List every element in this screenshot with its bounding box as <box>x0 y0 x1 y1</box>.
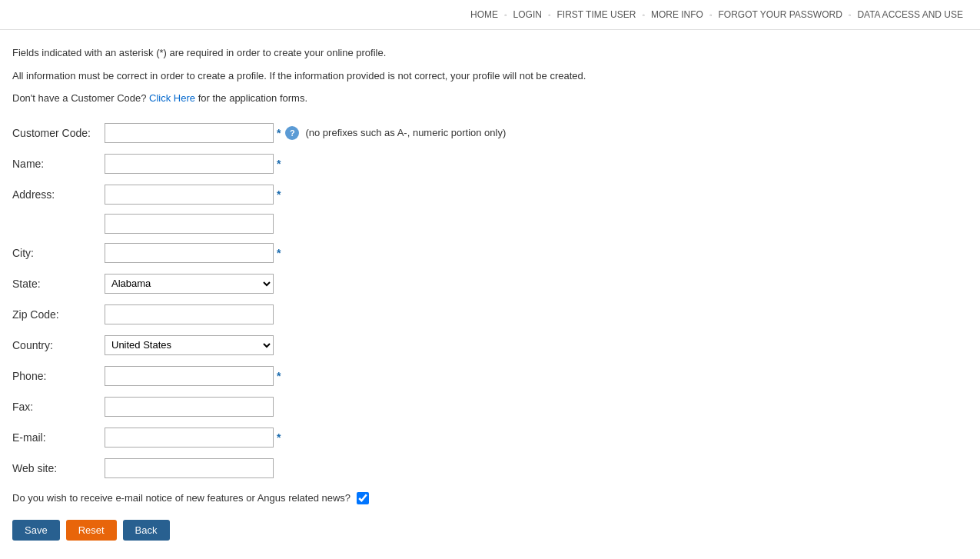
city-required: * <box>277 247 281 259</box>
nav-sep-2: ◦ <box>548 11 551 19</box>
email-input[interactable] <box>105 428 274 448</box>
fax-label: Fax: <box>12 401 105 413</box>
nav-sep-5: ◦ <box>849 11 852 19</box>
fax-row: Fax: <box>12 395 679 418</box>
name-input[interactable] <box>105 154 274 174</box>
info-text-3-prefix: Don't have a Customer Code? <box>12 92 146 104</box>
main-content: Fields indicated with an asterisk (*) ar… <box>0 30 692 556</box>
nav-first-time-user[interactable]: FIRST TIME USER <box>552 6 640 23</box>
zip-row: Zip Code: <box>12 303 679 326</box>
save-button[interactable]: Save <box>12 520 60 541</box>
email-required: * <box>277 431 281 444</box>
customer-code-row: Customer Code: * ? (no prefixes such as … <box>12 121 679 145</box>
customer-code-hint: (no prefixes such as A-, numeric portion… <box>305 127 506 138</box>
country-row: Country: United StatesCanadaMexicoUnited… <box>12 334 679 357</box>
nav-login[interactable]: LOGIN <box>509 6 546 23</box>
phone-input[interactable] <box>105 366 274 386</box>
nav-sep-4: ◦ <box>709 11 713 19</box>
email-notice-row: Do you wish to receive e-mail notice of … <box>12 492 679 504</box>
state-select[interactable]: AlabamaAlaskaArizonaArkansasCaliforniaCo… <box>105 274 274 294</box>
address-label: Address: <box>12 188 105 201</box>
nav-data-access[interactable]: DATA ACCESS AND USE <box>852 6 968 23</box>
phone-required: * <box>277 370 281 382</box>
address-row-1: Address: * <box>12 183 679 206</box>
info-text-1: Fields indicated with an asterisk (*) ar… <box>12 45 679 61</box>
customer-code-input[interactable] <box>105 123 274 143</box>
name-row: Name: * <box>12 152 679 175</box>
website-row: Web site: <box>12 457 679 480</box>
email-notice-text: Do you wish to receive e-mail notice of … <box>12 492 350 504</box>
email-row: E-mail: * <box>12 426 679 449</box>
info-text-3: Don't have a Customer Code? Click Here f… <box>12 91 679 106</box>
nav-home[interactable]: HOME <box>466 6 503 23</box>
nav-forgot-password[interactable]: FORGOT YOUR PASSWORD <box>713 6 846 23</box>
name-required: * <box>277 158 281 170</box>
city-label: City: <box>12 247 105 259</box>
website-input[interactable] <box>105 458 274 478</box>
click-here-link[interactable]: Click Here <box>149 92 195 104</box>
email-notice-checkbox[interactable] <box>357 492 369 504</box>
info-text-3-suffix: for the application forms. <box>198 92 307 104</box>
address-required: * <box>277 188 281 201</box>
fax-input[interactable] <box>105 397 274 417</box>
nav-more-info[interactable]: MORE INFO <box>646 6 708 23</box>
website-label: Web site: <box>12 462 105 474</box>
email-label: E-mail: <box>12 431 105 444</box>
city-row: City: * <box>12 241 679 265</box>
country-label: Country: <box>12 339 105 351</box>
name-label: Name: <box>12 158 105 170</box>
city-input[interactable] <box>105 243 274 263</box>
reset-button[interactable]: Reset <box>66 520 117 541</box>
info-icon[interactable]: ? <box>285 126 299 140</box>
phone-row: Phone: * <box>12 364 679 388</box>
registration-form: Customer Code: * ? (no prefixes such as … <box>12 121 679 541</box>
info-text-2: All information must be correct in order… <box>12 68 679 84</box>
state-label: State: <box>12 278 105 290</box>
country-select[interactable]: United StatesCanadaMexicoUnited KingdomA… <box>105 335 274 355</box>
button-row: Save Reset Back <box>12 520 679 541</box>
zip-label: Zip Code: <box>12 308 105 321</box>
address-row-2 <box>12 214 679 234</box>
state-row: State: AlabamaAlaskaArizonaArkansasCalif… <box>12 272 679 295</box>
nav-bar: HOME ◦ LOGIN ◦ FIRST TIME USER ◦ MORE IN… <box>0 0 980 30</box>
customer-code-required: * <box>277 127 281 139</box>
back-button[interactable]: Back <box>123 520 170 541</box>
phone-label: Phone: <box>12 370 105 382</box>
address-input-2[interactable] <box>105 214 274 234</box>
customer-code-label: Customer Code: <box>12 127 105 139</box>
address-input-1[interactable] <box>105 185 274 205</box>
zip-input[interactable] <box>105 304 274 324</box>
nav-sep-1: ◦ <box>504 11 507 19</box>
nav-sep-3: ◦ <box>642 11 645 19</box>
